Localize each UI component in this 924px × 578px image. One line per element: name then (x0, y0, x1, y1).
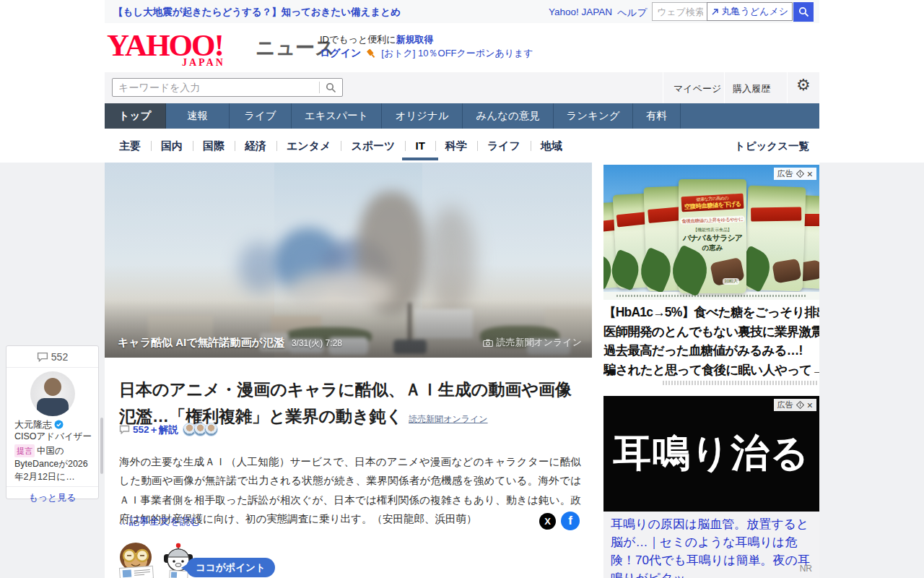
news-search-row: マイページ 購入履歴 ⚙ (105, 72, 819, 103)
subnav-life[interactable]: ライフ (477, 135, 531, 157)
help-link[interactable]: ヘルプ (617, 7, 647, 20)
trend-arrow-icon (711, 8, 719, 16)
nav-tab-top[interactable]: トップ (105, 103, 166, 129)
share-facebook-icon[interactable]: f (561, 512, 580, 530)
purchase-history-link[interactable]: 購入履歴 (733, 82, 770, 95)
subnav-world[interactable]: 国際 (193, 135, 235, 157)
commentator-card: 552 大元隆志 CISOアドバイザー 提言中国のByteDanceが2026年… (6, 345, 99, 499)
ad-tinnitus: 耳鳴り治る 広告 × 耳鳴りの原因は脳血管。放置すると脳が…｜セミのような耳鳴り… (603, 396, 819, 578)
keyword-search-button[interactable] (320, 82, 342, 93)
ad-info-icon[interactable] (796, 401, 804, 409)
nav-tab-ranking[interactable]: ランキング (554, 103, 633, 129)
photo-credit: 読売新聞オンライン (483, 336, 582, 349)
ad-supplement-image[interactable]: 健康な方の高めの空腹時血糖値を下げる 食後血糖値の上昇をゆるやかに 【機能性表示… (603, 165, 819, 300)
ad-supplement: 健康な方の高めの空腹時血糖値を下げる 食後血糖値の上昇をゆるやかに 【機能性表示… (603, 165, 819, 385)
subnav-domestic[interactable]: 国内 (151, 135, 193, 157)
commentator-excerpt[interactable]: 提言中国のByteDanceが2026年2月12日に… (14, 444, 90, 484)
divider (663, 72, 663, 103)
keyword-search-box (112, 78, 343, 97)
comment-bubble-icon (119, 425, 130, 434)
search-suggestion-text: 丸亀うどんメシ (721, 5, 788, 18)
search-icon (326, 82, 336, 93)
category-subnav: 主要 国内 国際 経済 エンタメ スポーツ IT 科学 ライフ 地域 トピックス… (105, 129, 819, 163)
divider (787, 72, 788, 103)
subnav-it[interactable]: IT (405, 135, 435, 157)
nav-tab-live[interactable]: ライブ (230, 103, 292, 129)
commentator-name[interactable]: 大元隆志 (14, 418, 98, 431)
web-search-button[interactable] (793, 2, 814, 22)
settings-gear-icon[interactable]: ⚙ (796, 77, 811, 93)
announcement-link[interactable]: 【もし大地震が起きたらどうする？】知っておきたい備えまとめ (113, 6, 401, 19)
subnav-main[interactable]: 主要 (109, 135, 151, 157)
comment-bubble-icon (37, 352, 48, 362)
ad-info-icon[interactable] (796, 170, 804, 178)
nav-tab-opinions[interactable]: みんなの意見 (463, 103, 554, 129)
comment-count-link[interactable]: 552＋解説 (133, 423, 178, 436)
auction-gavel-icon (365, 48, 377, 59)
share-x-icon[interactable]: X (539, 513, 556, 530)
ad-close-icon[interactable]: × (807, 400, 813, 410)
see-more-link[interactable]: もっと見る (6, 486, 98, 507)
subnav-economy[interactable]: 経済 (235, 135, 276, 157)
id-promo-text: IDでもっと便利に (320, 34, 396, 45)
comment-row: 552＋解説 (119, 423, 218, 436)
read-full-article-link[interactable]: …記事全文を読む (119, 515, 201, 528)
nav-tab-original[interactable]: オリジナル (382, 103, 463, 129)
commentator-avatar[interactable] (30, 371, 75, 416)
photo-timestamp: 3/31(火) 7:28 (292, 338, 342, 348)
login-row: ログイン [おトク] 10％OFFクーポンあります (320, 47, 533, 60)
ad-close-icon[interactable]: × (807, 169, 813, 179)
coupon-link[interactable]: [おトク] 10％OFFクーポンあります (381, 47, 533, 60)
teigen-badge: 提言 (14, 444, 35, 457)
web-search-box: 丸亀うどんメシ (652, 2, 793, 21)
commentator-title: CISOアドバイザー (14, 431, 98, 443)
camera-icon (483, 339, 493, 347)
divider (724, 72, 725, 103)
photo-caption: キャラ酷似 AIで無許諾動画が氾濫3/31(火) 7:28 (118, 336, 342, 350)
point-bubble[interactable]: ココがポイント (186, 558, 275, 577)
id-promo: IDでもっと便利に新規取得 (320, 33, 434, 46)
yahoo-logo-japan: JAPAN (182, 57, 225, 69)
mypage-link[interactable]: マイページ (674, 82, 721, 95)
avatar[interactable] (204, 423, 218, 436)
ad-tinnitus-caption[interactable]: 耳鳴りの原因は脳血管。放置すると脳が…｜セミのような耳鳴りは危険！70代でも耳鳴… (603, 512, 819, 578)
main-nav: トップ 速報 ライブ エキスパート オリジナル みんなの意見 ランキング 有料 (105, 103, 819, 129)
article-source-link[interactable]: 読売新聞オンライン (409, 414, 487, 424)
ad-tinnitus-image[interactable]: 耳鳴り治る 広告 × (603, 396, 819, 512)
nav-tab-flash[interactable]: 速報 (166, 103, 230, 129)
verified-badge-icon (54, 420, 64, 429)
right-margin (819, 163, 924, 578)
article-photo[interactable]: キャラ酷似 AIで無許諾動画が氾濫3/31(火) 7:28 読売新聞オンライン (105, 163, 592, 358)
commentator-avatars (186, 423, 218, 436)
topics-list-link[interactable]: トピックス一覧 (735, 139, 809, 153)
yahoo-japan-link[interactable]: Yahoo! JAPAN (549, 7, 612, 17)
ad-label: 広告 × (774, 168, 816, 180)
product-package: 健康な方の高めの空腹時血糖値を下げる 食後血糖値の上昇をゆるやかに 【機能性表示… (679, 179, 746, 293)
login-link[interactable]: ログイン (320, 47, 361, 60)
nav-tab-paid[interactable]: 有料 (633, 103, 681, 129)
ad-tinnitus-headline: 耳鳴り治る (613, 428, 809, 480)
ad-supplement-text[interactable]: 【HbA1c→5%】食べた糖をごっそり排出 医師開発のとんでもない裏技に業界激震… (603, 300, 819, 385)
search-suggestion-chip[interactable]: 丸亀うどんメシ (707, 2, 793, 21)
yahoo-news-page: 【もし大地震が起きたらどうする？】知っておきたい備えまとめ Yahoo! JAP… (0, 0, 924, 578)
ad-label: 広告 × (774, 399, 816, 411)
search-icon (798, 7, 809, 17)
ad-disclaimer (663, 381, 818, 385)
nav-tab-expert[interactable]: エキスパート (292, 103, 382, 129)
top-strip: 【もし大地震が起きたらどうする？】知っておきたい備えまとめ Yahoo! JAP… (105, 0, 819, 23)
subnav-science[interactable]: 科学 (435, 135, 477, 157)
subnav-sports[interactable]: スポーツ (341, 135, 405, 157)
subnav-entertainment[interactable]: エンタメ (276, 135, 341, 157)
subnav-region[interactable]: 地域 (531, 135, 572, 157)
signup-link[interactable]: 新規取得 (396, 34, 434, 45)
keyword-search-input[interactable] (113, 82, 319, 93)
ad-advertiser: NR (800, 560, 812, 578)
web-search-input[interactable] (653, 3, 707, 20)
card-scrollbar[interactable] (100, 418, 103, 474)
card-comment-count[interactable]: 552 (6, 346, 98, 368)
